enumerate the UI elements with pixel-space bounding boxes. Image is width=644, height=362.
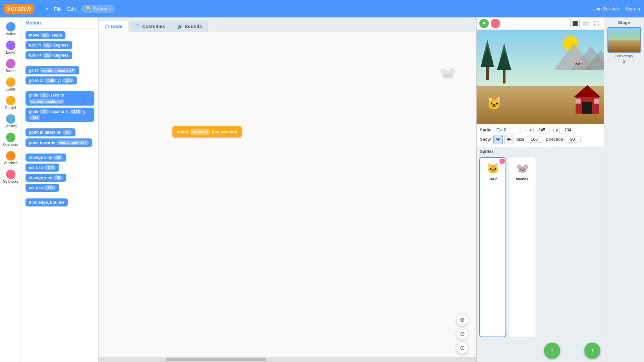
key-pressed-label: key pressed [212,129,237,134]
small-stage-button[interactable]: ⬛ [570,19,580,28]
block-gap-1 [25,61,94,64]
language-selector[interactable]: 🌐 ▾ [39,6,48,11]
scratch-logo[interactable]: Scratch [4,4,34,14]
block-goto-xy[interactable]: go to x: -145 y: -134 [25,76,77,84]
y-coord-group: ↕ y [552,127,576,133]
stage-view-options: ⬛ ⬜ ⛶ [570,19,601,28]
x-coord-group: ↔ x [524,127,549,133]
space-key-dropdown[interactable]: space ▾ [190,129,210,135]
size-label: Size [516,137,524,142]
svg-marker-2 [481,47,494,67]
dropdown-arrow-icon: ▾ [205,129,207,134]
show-toggle: 👁 👁 [493,135,514,144]
block-glide-random[interactable]: glide 1 secs to random position ▾ [25,91,94,106]
sidebar-item-sound[interactable]: Sound [1,57,20,75]
block-change-x[interactable]: change x by 10 [25,154,66,162]
sidebar-item-control[interactable]: Control [1,94,20,112]
green-flag-button[interactable]: ⚑ [479,19,489,28]
tab-costumes[interactable]: 👕 Costumes [128,21,171,32]
sign-in-link[interactable]: Sign in [626,6,640,11]
sidebar-item-looks[interactable]: Looks [1,39,20,56]
zoom-out-button[interactable]: ⊖ [456,328,468,340]
svg-rect-12 [576,99,581,104]
x-coord-input[interactable] [533,127,549,133]
block-set-y[interactable]: set y to -134 [25,184,59,192]
sprites-section-title: Sprites [480,149,494,154]
add-sprite-button[interactable]: + [544,343,560,359]
variables-color-circle [6,151,15,161]
block-change-y[interactable]: change y by 10 [25,174,66,182]
svg-marker-5 [497,50,512,70]
block-goto-random[interactable]: go to random position ▾ [25,66,79,74]
right-panel: ⚑ ⬛ ⬜ ⛶ [476,17,604,362]
sprite-delete-cat2[interactable]: ✕ [499,159,505,164]
stage-thumb-bg [608,28,640,52]
costumes-icon: 👕 [135,24,140,29]
sidebar-item-operators[interactable]: Operators [1,131,20,148]
sidebar-item-motion[interactable]: Motion [1,20,20,38]
sound-color-circle [6,59,15,68]
block-point-direction[interactable]: point in direction 90 [25,128,75,136]
add-backdrop-button[interactable]: + [584,343,600,359]
zoom-in-button[interactable]: ⊕ [456,314,468,326]
add-sprite-icon: + [548,347,556,355]
show-hidden-button[interactable]: 👁 [504,135,514,144]
category-sidebar: Motion Looks Sound Events Control Sensin… [0,17,21,362]
block-glide-xy[interactable]: glide 1 secs to x: -145 y: -134 [25,108,94,122]
show-visible-button[interactable]: 👁 [493,135,503,144]
y-coord-input[interactable] [559,127,575,133]
y-arrows-icon: ↕ [552,127,554,133]
sidebar-item-label-sound: Sound [6,69,15,73]
zoom-out-icon: ⊖ [460,330,465,338]
svg-rect-13 [594,99,599,104]
x-coord-label: x [530,128,532,132]
large-stage-button[interactable]: ⬜ [581,19,590,28]
block-set-x[interactable]: set x to -145 [25,164,59,172]
zoom-reset-icon: ⊙ [460,344,465,352]
zoom-reset-button[interactable]: ⊙ [456,342,468,354]
sprite-name-input[interactable] [494,127,521,133]
stage-cat-sprite: 🐱 [487,96,502,110]
canvas-scrollbar-horizontal[interactable] [99,357,476,362]
size-input[interactable] [526,136,543,143]
sidebar-item-myblocks[interactable]: My Blocks [1,168,20,185]
large-stage-icon: ⬜ [583,21,589,26]
join-scratch-link[interactable]: Join Scratch [593,6,619,11]
canvas-sprite-watermark: 🐭 [439,66,456,81]
canvas-block-when-key-pressed[interactable]: when space ▾ key pressed [172,126,242,137]
block-turn-ccw[interactable]: turn ↺ 15 degrees [25,51,72,59]
block-gap-5 [25,194,94,196]
sprite-card-mouse1[interactable]: 🐭 Mouse1 [509,157,536,337]
scrollbar-thumb-h[interactable] [166,358,266,361]
block-turn-cw[interactable]: turn ↻ 15 degrees [25,41,72,49]
sidebar-item-variables[interactable]: Variables [1,149,20,167]
tab-sounds[interactable]: 🔊 Sounds [171,21,208,32]
sprite-label: Sprite [480,128,491,132]
stage-barn [574,83,601,114]
script-canvas[interactable]: 🐭 when space ▾ key pressed ⊕ ⊖ ⊙ [99,32,476,362]
sprite-card-cat2[interactable]: ✕ 🐱 Cat 2 [479,157,506,337]
block-point-towards[interactable]: point towards mouse-pointer ▾ [25,138,92,147]
block-move-steps[interactable]: move 10 steps [25,31,65,39]
editor-area: ⬡ Code 👕 Costumes 🔊 Sounds 🐭 when space [99,17,476,362]
edit-menu[interactable]: Edit [67,6,76,12]
stage-thumbnail[interactable] [607,27,641,53]
file-menu[interactable]: File [54,6,62,12]
sidebar-item-events[interactable]: Events [1,75,20,93]
tutorials-button[interactable]: 💡 Tutorials [81,5,115,13]
block-gap-2 [25,86,94,89]
stage-area: ⚑ ⬛ ⬜ ⛶ [477,17,604,124]
stage-trees [480,37,520,90]
direction-input[interactable] [565,136,581,143]
fullscreen-button[interactable]: ⛶ [592,19,601,28]
block-bounce[interactable]: if on edge, bounce [25,198,68,206]
sidebar-item-sensing[interactable]: Sensing [1,112,20,130]
block-gap-4 [25,149,94,152]
playback-controls: ⚑ [479,19,500,28]
tab-sounds-label: Sounds [185,24,202,29]
x-arrows-icon: ↔ [524,127,528,133]
tab-code[interactable]: ⬡ Code [99,21,128,32]
stop-button[interactable] [491,19,500,28]
backdrops-label: Backdrops [615,54,633,58]
when-label: when [177,129,188,134]
